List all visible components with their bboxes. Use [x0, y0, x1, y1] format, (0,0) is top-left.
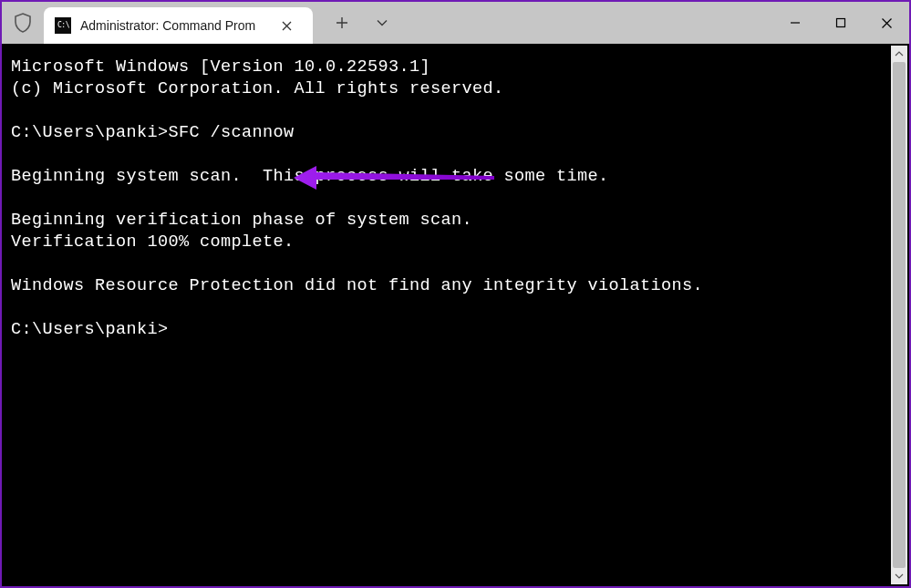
minimize-button[interactable] — [772, 2, 818, 44]
scrollbar-thumb[interactable] — [893, 62, 906, 568]
vertical-scrollbar[interactable] — [891, 46, 907, 584]
output-line: Beginning system scan. This process will… — [11, 167, 609, 186]
tab-dropdown-button[interactable] — [373, 14, 391, 32]
output-line: Microsoft Windows [Version 10.0.22593.1] — [11, 57, 430, 77]
tab-actions — [313, 2, 391, 44]
output-line: (c) Microsoft Corporation. All rights re… — [11, 79, 504, 98]
prompt-text: C:\Users\panki> — [11, 123, 169, 142]
svg-rect-0 — [837, 19, 845, 27]
output-line: Windows Resource Protection did not find… — [11, 276, 703, 295]
tab-title: Administrator: Command Prom — [80, 18, 267, 33]
window-controls — [772, 2, 909, 44]
window-frame: C:\ Administrator: Command Prom — [2, 2, 909, 586]
cmd-icon: C:\ — [55, 17, 71, 34]
privacy-shield-icon[interactable] — [2, 2, 44, 44]
tab-command-prompt[interactable]: C:\ Administrator: Command Prom — [44, 7, 313, 44]
titlebar[interactable]: C:\ Administrator: Command Prom — [2, 2, 909, 44]
tab-close-button[interactable] — [276, 15, 296, 36]
scroll-up-button[interactable] — [891, 46, 907, 62]
titlebar-drag-region[interactable] — [391, 2, 772, 44]
output-line: Beginning verification phase of system s… — [11, 211, 472, 230]
maximize-button[interactable] — [818, 2, 864, 44]
close-button[interactable] — [864, 2, 909, 44]
terminal-output[interactable]: Microsoft Windows [Version 10.0.22593.1]… — [2, 44, 909, 586]
prompt-text: C:\Users\panki> — [11, 320, 169, 339]
command-text: SFC /scannow — [169, 123, 295, 142]
scroll-down-button[interactable] — [891, 568, 907, 584]
new-tab-button[interactable] — [333, 14, 351, 32]
scrollbar-track[interactable] — [891, 62, 907, 568]
output-line: Verification 100% complete. — [11, 232, 295, 252]
